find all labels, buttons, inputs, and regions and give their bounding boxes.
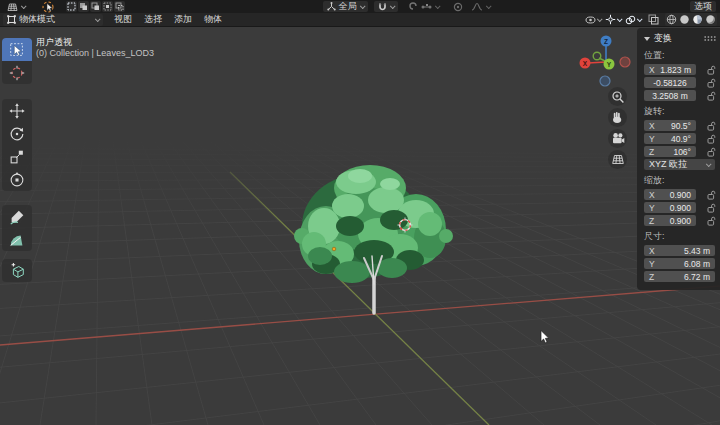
pan-view-button[interactable] (608, 108, 627, 127)
scale-y-row: Y 0.900 (644, 202, 716, 213)
perspective-ortho-button[interactable] (608, 150, 627, 169)
viewport-controls (584, 13, 717, 26)
rotation-z-field[interactable]: Z 106° (644, 146, 696, 157)
scale-y-field[interactable]: Y 0.900 (644, 202, 696, 213)
dimensions-z-field[interactable]: Z 6.72 m (644, 271, 715, 282)
shading-wireframe-button[interactable] (665, 13, 678, 26)
dimensions-x-field[interactable]: X 5.43 m (644, 245, 715, 256)
scale-x-field[interactable]: X 0.900 (644, 189, 696, 200)
menu-object[interactable]: 物体 (198, 14, 228, 26)
scale-z-field[interactable]: Z 0.900 (644, 215, 696, 226)
lock-open-icon[interactable] (707, 65, 716, 75)
snap-toggle-button[interactable] (374, 1, 398, 12)
rotation-mode-dropdown[interactable]: XYZ 欧拉 (644, 159, 715, 170)
chevron-down-icon (95, 16, 101, 22)
select-mode-invert-button[interactable] (102, 1, 113, 12)
menu-add[interactable]: 添加 (168, 14, 198, 26)
axis-label: Z (649, 216, 654, 226)
gizmo-axis-neg-x[interactable] (620, 57, 630, 67)
lock-open-icon[interactable] (707, 134, 716, 144)
magnet-icon (378, 2, 387, 12)
zoom-view-button[interactable] (608, 87, 627, 106)
active-tool-indicator[interactable] (38, 1, 59, 12)
add-cube-icon (8, 262, 26, 280)
gizmo-axis-neg-z[interactable] (600, 76, 610, 86)
navigation-gizmo[interactable]: Z X Y (576, 32, 640, 96)
rotation-y-row: Y 40.9° (644, 133, 716, 144)
editor-type-dropdown[interactable] (3, 1, 29, 12)
axis-label: Z (649, 147, 654, 157)
rotation-x-value: 90.5° (671, 121, 691, 131)
xray-toggle-button[interactable] (647, 13, 660, 26)
select-invert-icon (103, 2, 112, 11)
viewport-canvas[interactable]: 用户透视 (0) Collection | Leaves_LOD3 (0, 27, 720, 425)
mode-label: 物体模式 (19, 13, 55, 26)
overlays-dropdown[interactable] (624, 13, 642, 26)
location-z-row: 3.2508 m (644, 90, 716, 101)
select-mode-extend-button[interactable] (78, 1, 89, 12)
lock-open-icon[interactable] (707, 78, 716, 88)
tool-select-box-button[interactable] (2, 38, 32, 61)
tool-measure-button[interactable] (2, 228, 32, 251)
location-y-field[interactable]: -0.58126 (644, 77, 696, 88)
show-object-types-dropdown[interactable] (584, 13, 602, 26)
gizmos-dropdown[interactable] (604, 13, 622, 26)
menu-view[interactable]: 视图 (108, 14, 138, 26)
panel-grip-icon[interactable] (704, 36, 716, 41)
shading-material-button[interactable] (691, 13, 704, 26)
material-sphere-icon (692, 14, 703, 25)
rotation-label: 旋转: (644, 105, 716, 118)
options-button[interactable]: 选项 (690, 1, 716, 12)
gizmo-axis-z[interactable]: Z (601, 36, 612, 47)
lock-open-icon[interactable] (707, 216, 716, 226)
shading-rendered-button[interactable] (704, 13, 717, 26)
gizmo-axis-neg-y[interactable] (593, 52, 601, 60)
lock-open-icon[interactable] (707, 91, 716, 101)
shading-solid-button[interactable] (678, 13, 691, 26)
tool-transform-button[interactable] (2, 168, 32, 191)
snap-with-dropdown[interactable] (404, 1, 443, 12)
menubar: 视图 选择 添加 物体 (108, 14, 228, 26)
rotation-x-field[interactable]: X 90.5° (644, 120, 696, 131)
select-set-icon (67, 2, 76, 11)
lock-open-icon[interactable] (707, 190, 716, 200)
gizmo-z-label: Z (604, 38, 608, 45)
rotation-y-value: 40.9° (671, 134, 691, 144)
proportional-editing-button[interactable] (449, 1, 467, 12)
gizmo-axis-y[interactable]: Y (604, 59, 615, 70)
tree-object[interactable] (290, 160, 460, 320)
camera-view-button[interactable] (608, 129, 627, 148)
dimensions-y-field[interactable]: Y 6.08 m (644, 258, 715, 269)
transform-orientation-dropdown[interactable]: 全局 (323, 1, 368, 12)
select-mode-set-button[interactable] (66, 1, 77, 12)
gizmo-axis-x[interactable]: X (580, 58, 591, 69)
tool-annotate-button[interactable] (2, 205, 32, 228)
tool-cursor-button[interactable] (2, 61, 32, 84)
lock-open-icon[interactable] (707, 121, 716, 131)
transform-panel-header[interactable]: 变换 (644, 32, 716, 45)
select-mode-intersect-button[interactable] (114, 1, 125, 12)
chevron-down-icon (597, 16, 603, 22)
dimensions-label: 尺寸: (644, 230, 716, 243)
tool-add-cube-button[interactable] (2, 259, 32, 282)
mode-dropdown[interactable]: 物体模式 (3, 14, 103, 26)
axis-label: Y (649, 203, 655, 213)
location-x-field[interactable]: X 1.823 m (644, 64, 696, 75)
tool-rotate-button[interactable] (2, 122, 32, 145)
chevron-down-icon (389, 3, 395, 9)
shading-mode-group (665, 13, 717, 26)
lock-open-icon[interactable] (707, 147, 716, 157)
select-mode-subtract-button[interactable] (90, 1, 101, 12)
dimensions-y-value: 6.08 m (684, 259, 710, 269)
rotation-y-field[interactable]: Y 40.9° (644, 133, 696, 144)
tool-move-button[interactable] (2, 99, 32, 122)
tool-settings-bar: 全局 选项 (0, 0, 720, 13)
falloff-curve-icon (471, 2, 483, 11)
snap-increment-icon (408, 2, 418, 12)
location-z-field[interactable]: 3.2508 m (644, 90, 696, 101)
lock-open-icon[interactable] (707, 203, 716, 213)
menu-select[interactable]: 选择 (138, 14, 168, 26)
proportional-falloff-dropdown[interactable] (467, 1, 494, 12)
show-object-types-icon (585, 15, 596, 25)
tool-scale-button[interactable] (2, 145, 32, 168)
